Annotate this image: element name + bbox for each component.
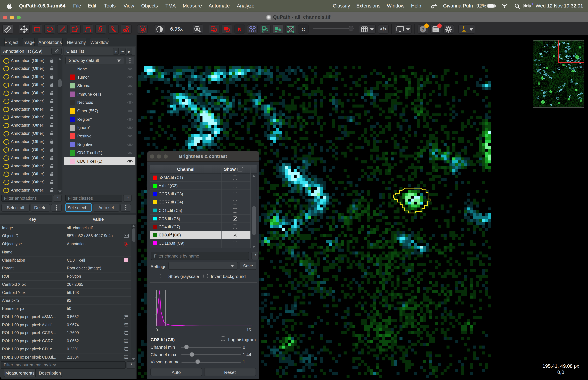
svg-text:3: 3 [124,358,125,359]
svg-text:3: 3 [124,350,125,351]
svg-text:3: 3 [124,333,125,335]
svg-text:3: 3 [124,325,125,327]
svg-text:3: 3 [124,317,125,319]
svg-text:3: 3 [124,342,125,343]
